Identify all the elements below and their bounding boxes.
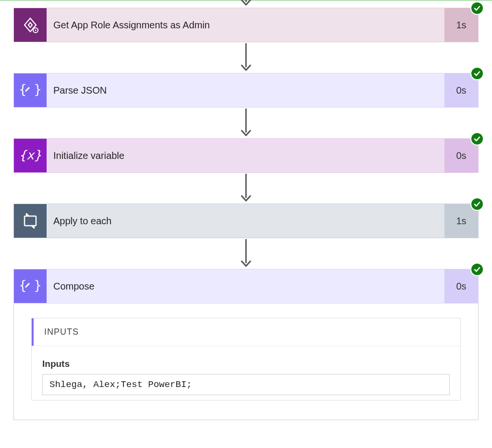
arrow-connector — [13, 42, 479, 73]
inputs-section-header: INPUTS — [32, 318, 460, 346]
loop-icon — [14, 204, 47, 238]
action-compose[interactable]: { } Compose 0s — [13, 269, 479, 303]
braces-edit-icon: { } — [14, 269, 47, 303]
svg-text:{x}: {x} — [20, 148, 41, 162]
inputs-section: INPUTS Inputs Shlega, Alex;Test PowerBI; — [31, 318, 461, 400]
svg-text:{ }: { } — [20, 278, 41, 292]
powerapps-icon — [14, 8, 47, 42]
action-title: Apply to each — [47, 204, 444, 238]
inputs-body: Inputs Shlega, Alex;Test PowerBI; — [32, 346, 460, 400]
braces-x-icon: {x} — [14, 139, 47, 172]
action-parse-json[interactable]: { } Parse JSON 0s — [13, 73, 479, 108]
arrow-connector — [13, 173, 479, 204]
svg-rect-10 — [25, 216, 36, 226]
action-title: Compose — [47, 269, 444, 303]
action-apply-to-each[interactable]: Apply to each 1s — [13, 204, 479, 238]
status-success-badge — [470, 1, 484, 15]
flow-run-container: Get App Role Assignments as Admin 1s { }… — [0, 0, 492, 435]
action-initialize-variable[interactable]: {x} Initialize variable 0s — [13, 138, 479, 173]
action-get-app-role-assignments[interactable]: Get App Role Assignments as Admin 1s — [13, 8, 479, 42]
inputs-field-value[interactable]: Shlega, Alex;Test PowerBI; — [42, 374, 450, 395]
braces-edit-icon: { } — [14, 73, 47, 107]
status-success-badge — [470, 197, 484, 211]
arrow-connector — [13, 238, 479, 269]
arrow-connector — [13, 0, 479, 7]
action-title: Parse JSON — [47, 73, 444, 107]
compose-detail-panel: INPUTS Inputs Shlega, Alex;Test PowerBI; — [13, 303, 479, 420]
action-title: Initialize variable — [47, 139, 444, 172]
svg-point-2 — [35, 30, 37, 31]
status-success-badge — [470, 67, 484, 80]
status-success-badge — [470, 132, 484, 145]
arrow-connector — [13, 108, 479, 138]
action-title: Get App Role Assignments as Admin — [47, 8, 444, 42]
status-success-badge — [470, 263, 484, 276]
inputs-field-label: Inputs — [42, 359, 450, 369]
svg-text:{ }: { } — [20, 82, 41, 97]
